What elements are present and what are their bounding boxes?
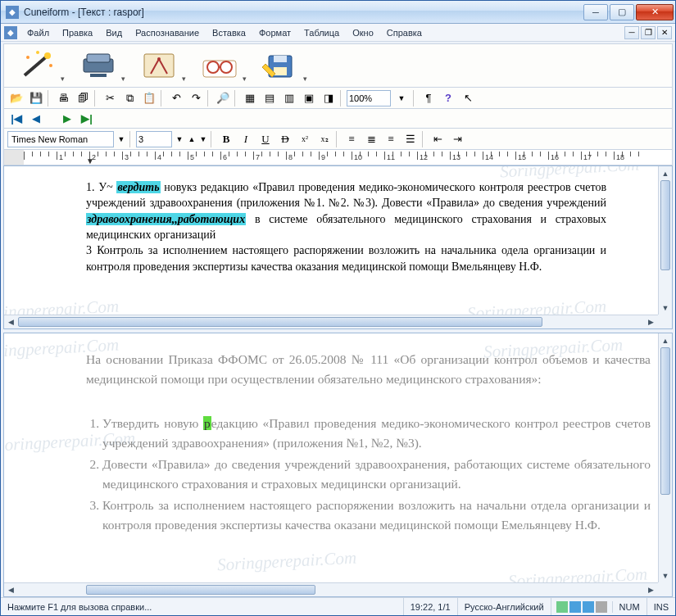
- cut-button[interactable]: ✂: [101, 89, 119, 107]
- prev-page-button[interactable]: ◀: [27, 110, 45, 128]
- align-left-button[interactable]: ≡: [343, 130, 361, 148]
- copy-button[interactable]: ⧉: [120, 89, 138, 107]
- separator: [94, 90, 98, 106]
- window-title: Cuneiform - [Текст : raspor]: [24, 7, 582, 18]
- next-page-button[interactable]: ▶: [58, 110, 76, 128]
- menu-format[interactable]: Формат: [252, 26, 297, 39]
- status-icon-2: [569, 601, 581, 613]
- frame-button[interactable]: ▣: [300, 89, 318, 107]
- maximize-button[interactable]: ▢: [610, 4, 634, 20]
- status-icons: [551, 601, 613, 613]
- svg-point-3: [49, 64, 52, 67]
- font-size-down[interactable]: ▼: [198, 130, 208, 148]
- doc-icon: ◆: [4, 26, 17, 39]
- text: Утвердить новую: [102, 416, 203, 430]
- wizard-button[interactable]: [9, 47, 66, 84]
- menu-edit[interactable]: Правка: [56, 26, 99, 39]
- ruler[interactable]: 123456789101112131415161718 ▼: [3, 150, 673, 165]
- svg-rect-6: [87, 54, 110, 62]
- scan-image[interactable]: На основании Приказа ФФОМС от 26.05.2008…: [4, 333, 672, 553]
- highlight: вердить: [116, 181, 160, 193]
- separator: [340, 90, 344, 106]
- scanner-button[interactable]: [70, 47, 127, 84]
- indent-button[interactable]: ⇥: [448, 130, 466, 148]
- svg-point-2: [26, 56, 29, 59]
- diskette-icon: [261, 49, 300, 82]
- zoom-dropdown[interactable]: ▼: [392, 89, 411, 107]
- table-button[interactable]: ▦: [241, 89, 259, 107]
- font-size-dropdown[interactable]: ▼: [174, 130, 185, 148]
- menu-view[interactable]: Вид: [99, 26, 129, 39]
- preview-button[interactable]: 🗐: [74, 89, 92, 107]
- find-button[interactable]: 🔎: [214, 89, 232, 107]
- grid-button[interactable]: ▤: [261, 89, 279, 107]
- scan-item: Контроль за исполнением настоящего распо…: [102, 496, 651, 535]
- mdi-close-button[interactable]: ✕: [657, 26, 672, 39]
- window-buttons: ─ ▢ ✕: [582, 4, 674, 20]
- last-page-button[interactable]: ▶|: [78, 110, 96, 128]
- zoom-select[interactable]: [347, 90, 391, 106]
- mdi-restore-button[interactable]: ❐: [641, 26, 656, 39]
- recognize-button[interactable]: [191, 47, 248, 84]
- status-icon-3: [583, 601, 594, 613]
- help-button[interactable]: ?: [439, 89, 457, 107]
- menubar: ◆ Файл Правка Вид Распознавание Вставка …: [1, 24, 675, 42]
- italic-button[interactable]: I: [237, 130, 255, 148]
- block-button[interactable]: ◨: [320, 89, 338, 107]
- menu-help[interactable]: Справка: [380, 26, 429, 39]
- font-size-select[interactable]: [136, 131, 172, 147]
- menu-table[interactable]: Таблица: [297, 26, 346, 39]
- superscript-button[interactable]: x²: [296, 130, 314, 148]
- status-num: NUM: [613, 598, 647, 615]
- menu-insert[interactable]: Вставка: [206, 26, 252, 39]
- show-invisible-button[interactable]: ¶: [420, 89, 438, 107]
- close-button[interactable]: ✕: [636, 4, 674, 20]
- bold-button[interactable]: B: [217, 130, 235, 148]
- hscrollbar[interactable]: ◀▶: [4, 315, 658, 328]
- vscrollbar[interactable]: ▲▼: [658, 333, 672, 582]
- svg-rect-17: [274, 56, 287, 62]
- hscrollbar[interactable]: ◀▶: [4, 582, 658, 596]
- paste-button[interactable]: 📋: [140, 89, 158, 107]
- text: 3 Контроль за исполнением настоящего рас…: [86, 244, 606, 272]
- undo-button[interactable]: ↶: [167, 89, 185, 107]
- layout-button[interactable]: [130, 47, 188, 84]
- vscrollbar[interactable]: ▲▼: [658, 166, 672, 315]
- separator: [413, 90, 417, 106]
- first-page-button[interactable]: |◀: [7, 110, 25, 128]
- save-big-button[interactable]: [252, 47, 309, 84]
- document-text[interactable]: 1. У~ вердить новукз редакцию «Правил пр…: [4, 166, 672, 288]
- align-right-button[interactable]: ≡: [382, 130, 400, 148]
- menu-recognize[interactable]: Распознавание: [129, 26, 206, 39]
- menu-window[interactable]: Окно: [346, 26, 380, 39]
- font-name-select[interactable]: [7, 131, 114, 147]
- subscript-button[interactable]: x₂: [315, 130, 333, 148]
- strike-button[interactable]: D: [276, 130, 294, 148]
- separator: [207, 90, 211, 106]
- mdi-minimize-button[interactable]: ─: [624, 26, 639, 39]
- glasses-icon: [200, 49, 239, 82]
- status-icon-1: [556, 601, 568, 613]
- redo-button[interactable]: ↷: [187, 89, 205, 107]
- menu-file[interactable]: Файл: [20, 26, 56, 39]
- open-button[interactable]: 📂: [7, 89, 25, 107]
- align-center-button[interactable]: ≣: [362, 130, 380, 148]
- save-button[interactable]: 💾: [27, 89, 45, 107]
- statusbar: Нажмите F1 для вызова справки... 19:22, …: [1, 597, 675, 615]
- scan-item: Довести «Правила» до сведения учреждений…: [102, 455, 651, 494]
- dedent-button[interactable]: ⇤: [429, 130, 447, 148]
- underline-button[interactable]: U: [256, 130, 274, 148]
- font-size-up[interactable]: ▲: [187, 130, 197, 148]
- print-button[interactable]: 🖶: [54, 89, 72, 107]
- align-justify-button[interactable]: ☰: [402, 130, 420, 148]
- text: 1. У~: [86, 181, 116, 193]
- font-name-dropdown[interactable]: ▼: [116, 130, 127, 148]
- svg-rect-18: [274, 67, 287, 75]
- format-toolbar: ▼ ▼ ▲ ▼ B I U D x² x₂ ≡ ≣ ≡ ☰ ⇤ ⇥: [3, 129, 673, 150]
- wand-icon: [18, 49, 57, 82]
- minimize-button[interactable]: ─: [583, 4, 608, 20]
- compass-icon: [139, 49, 179, 82]
- context-help-button[interactable]: ↖: [459, 89, 477, 107]
- column-button[interactable]: ▥: [280, 89, 298, 107]
- standard-toolbar: 📂 💾 🖶 🗐 ✂ ⧉ 📋 ↶ ↷ 🔎 ▦ ▤ ▥ ▣ ◨ ▼ ¶ ? ↖: [3, 88, 673, 109]
